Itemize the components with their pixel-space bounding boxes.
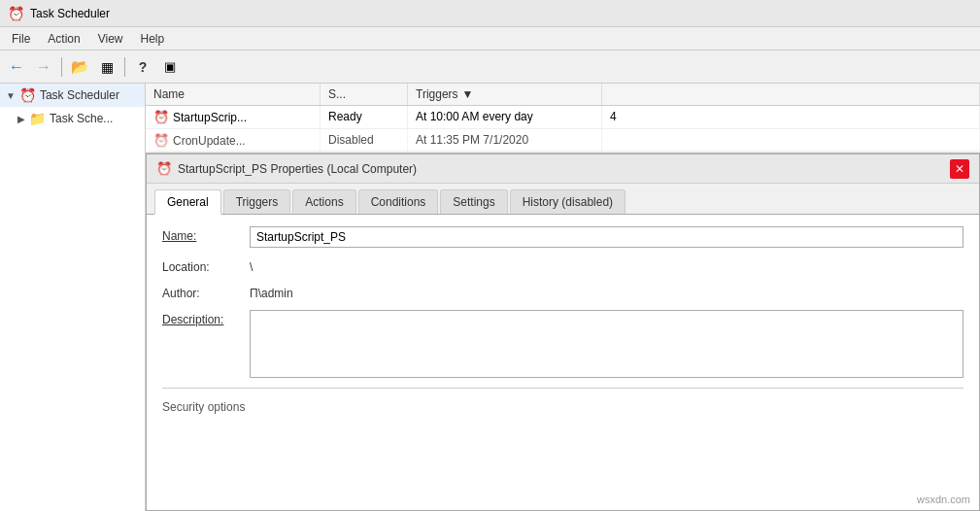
dialog-content: Name: Location: \ Author: П\admin — [147, 215, 979, 510]
form-row-description: Description: — [162, 310, 963, 378]
description-textarea[interactable] — [250, 310, 963, 378]
grid-button[interactable]: ▦ — [94, 54, 119, 80]
window-icon: ⏰ — [8, 6, 24, 21]
sort-arrow-icon: ▼ — [462, 87, 474, 101]
help-button[interactable]: ? — [130, 54, 155, 80]
main-layout: ▼ ⏰ Task Scheduler ▶ 📁 Task Sche... Name… — [0, 84, 980, 511]
dialog-overlay: ⏰ StartupScript_PS Properties (Local Com… — [146, 153, 980, 511]
task-trigger-cell-2: At 11:35 PM 7/1/2020 — [408, 129, 602, 152]
task-trigger-cell-1: At 10:00 AM every day — [408, 106, 602, 128]
form-row-author: Author: П\admin — [162, 284, 963, 300]
task-icon-1: ⏰ — [153, 110, 169, 124]
author-value: П\admin — [250, 284, 963, 300]
tab-actions[interactable]: Actions — [292, 189, 355, 214]
tab-bar: General Triggers Actions Conditions Sett… — [147, 184, 979, 215]
tab-triggers[interactable]: Triggers — [223, 189, 291, 214]
folder-button[interactable]: 📂 — [67, 54, 92, 80]
task-status-cell-2: Disabled — [321, 129, 408, 152]
task-folder-icon: 📁 — [29, 111, 46, 126]
expand-arrow-2: ▶ — [17, 114, 25, 124]
form-row-name: Name: — [162, 226, 963, 248]
table-row[interactable]: ⏰ CronUpdate... Disabled At 11:35 PM 7/1… — [146, 129, 980, 153]
sidebar-item-task-scheduler[interactable]: ▼ ⏰ Task Scheduler — [0, 84, 145, 107]
col-status[interactable]: S... — [321, 84, 408, 105]
toolbar: ← → 📂 ▦ ? ▣ — [0, 51, 980, 84]
properties-dialog: ⏰ StartupScript_PS Properties (Local Com… — [146, 153, 980, 511]
sidebar-label-scheduler: Task Scheduler — [40, 88, 119, 102]
forward-button[interactable]: → — [31, 54, 56, 80]
col-name[interactable]: Name — [146, 84, 321, 105]
toolbar-separator-2 — [124, 57, 125, 77]
task-name-cell-2: ⏰ CronUpdate... — [146, 129, 321, 152]
location-label: Location: — [162, 257, 250, 274]
task-lastrun-cell-1: 4 — [602, 106, 980, 128]
task-table: Name S... Triggers ▼ ⏰ StartupScrip... R… — [146, 84, 980, 153]
window-title: Task Scheduler — [30, 7, 110, 20]
name-label: Name: — [162, 226, 250, 243]
dialog-title-bar: ⏰ StartupScript_PS Properties (Local Com… — [147, 154, 979, 184]
menu-view[interactable]: View — [90, 30, 131, 48]
security-options-label: Security options — [162, 396, 963, 416]
form-row-location: Location: \ — [162, 257, 963, 274]
menu-bar: File Action View Help — [0, 27, 980, 51]
back-button[interactable]: ← — [4, 54, 29, 80]
dialog-icon: ⏰ — [156, 161, 172, 176]
content-area: Name S... Triggers ▼ ⏰ StartupScrip... R… — [146, 84, 980, 511]
menu-help[interactable]: Help — [133, 30, 173, 48]
col-extra — [602, 84, 980, 105]
expand-arrow-1: ▼ — [6, 90, 16, 101]
task-scheduler-icon: ⏰ — [19, 87, 36, 103]
dialog-title: ⏰ StartupScript_PS Properties (Local Com… — [156, 161, 417, 176]
table-row[interactable]: ⏰ StartupScrip... Ready At 10:00 AM ever… — [146, 106, 980, 129]
view-button[interactable]: ▣ — [157, 54, 183, 80]
table-header: Name S... Triggers ▼ — [146, 84, 980, 106]
section-divider — [162, 388, 963, 389]
task-status-cell-1: Ready — [321, 106, 408, 128]
tab-history[interactable]: History (disabled) — [510, 189, 625, 214]
menu-file[interactable]: File — [4, 30, 38, 48]
task-name-cell: ⏰ StartupScrip... — [146, 106, 321, 128]
toolbar-separator-1 — [61, 57, 62, 77]
name-input[interactable] — [250, 226, 963, 248]
author-label: Author: — [162, 284, 250, 300]
task-icon-2: ⏰ — [153, 133, 169, 148]
title-bar: ⏰ Task Scheduler — [0, 0, 980, 27]
dialog-close-button[interactable]: ✕ — [950, 159, 969, 179]
task-lastrun-cell-2 — [602, 129, 980, 152]
tab-settings[interactable]: Settings — [440, 189, 507, 214]
watermark: wsxdn.com — [917, 494, 970, 505]
sidebar-item-task-folder[interactable]: ▶ 📁 Task Sche... — [0, 107, 145, 130]
location-value: \ — [250, 257, 963, 274]
menu-action[interactable]: Action — [40, 30, 87, 48]
tab-conditions[interactable]: Conditions — [358, 189, 439, 214]
tab-general[interactable]: General — [154, 189, 221, 215]
sidebar: ▼ ⏰ Task Scheduler ▶ 📁 Task Sche... — [0, 84, 146, 511]
sidebar-label-folder: Task Sche... — [50, 112, 113, 125]
description-label: Description: — [162, 310, 250, 326]
col-triggers[interactable]: Triggers ▼ — [408, 84, 602, 105]
